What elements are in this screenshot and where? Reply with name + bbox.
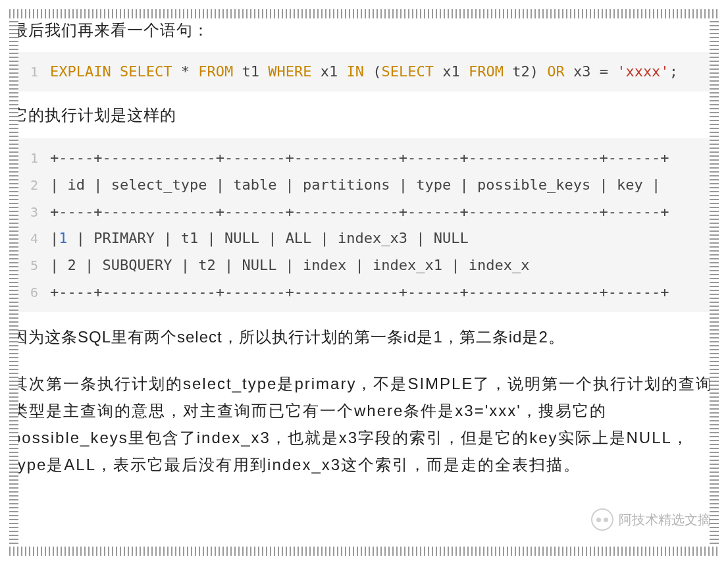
- paragraph-plan-intro: 它的执行计划是这样的: [12, 102, 716, 129]
- line-number: 6: [18, 281, 38, 305]
- sql-code-block: 1 EXPLAIN SELECT * FROM t1 WHERE x1 IN (…: [12, 52, 716, 92]
- table-separator: +----+-------------+-------+------------…: [50, 199, 669, 226]
- watermark: 阿技术精选文摘: [591, 508, 711, 531]
- table-cell: |: [50, 230, 59, 246]
- sql-operator: *: [181, 63, 190, 80]
- sql-identifier: x1: [442, 63, 460, 80]
- line-number: 1: [18, 60, 38, 84]
- table-header-row: | id | select_type | table | partitions …: [50, 172, 660, 199]
- sql-paren: (: [373, 63, 381, 80]
- sql-semicolon: ;: [669, 63, 678, 80]
- sql-identifier: t1: [242, 63, 259, 80]
- table-cell-rest: | PRIMARY | t1 | NULL | ALL | index_x3 |…: [68, 230, 469, 246]
- code-content: EXPLAIN SELECT * FROM t1 WHERE x1 IN (SE…: [50, 59, 678, 86]
- table-cell-id: 1: [59, 230, 67, 246]
- sql-keyword: FROM: [198, 63, 233, 80]
- sql-keyword: SELECT: [120, 63, 172, 80]
- line-number: 3: [18, 200, 38, 225]
- sql-keyword: WHERE: [268, 63, 311, 80]
- sql-keyword: EXPLAIN: [50, 63, 111, 80]
- sql-keyword: OR: [547, 63, 565, 80]
- line-number: 2: [18, 173, 38, 198]
- sql-identifier: x1: [321, 63, 338, 80]
- code-line: 4 |1 | PRIMARY | t1 | NULL | ALL | index…: [18, 225, 707, 252]
- table-row: |1 | PRIMARY | t1 | NULL | ALL | index_x…: [50, 225, 469, 252]
- line-number: 1: [18, 146, 38, 171]
- watermark-text: 阿技术精选文摘: [619, 511, 711, 529]
- sql-identifier: t2: [512, 63, 530, 80]
- code-line: 3 +----+-------------+-------+----------…: [18, 199, 707, 226]
- code-line: 1 EXPLAIN SELECT * FROM t1 WHERE x1 IN (…: [18, 59, 707, 86]
- paragraph-explain-1: 因为这条SQL里有两个select，所以执行计划的第一条id是1，第二条id是2…: [12, 324, 716, 351]
- table-row: | 2 | SUBQUERY | t2 | NULL | index | ind…: [50, 252, 529, 279]
- sql-keyword: FROM: [469, 63, 504, 80]
- sql-string: 'xxxx': [617, 63, 669, 80]
- sql-identifier: x3: [573, 63, 591, 80]
- table-separator: +----+-------------+-------+------------…: [50, 279, 669, 306]
- paragraph-explain-2: 其次第一条执行计划的select_type是primary，不是SIMPLE了，…: [12, 371, 716, 478]
- line-number: 4: [18, 227, 38, 251]
- table-separator: +----+-------------+-------+------------…: [50, 145, 669, 172]
- code-line: 5 | 2 | SUBQUERY | t2 | NULL | index | i…: [18, 252, 707, 279]
- line-number: 5: [18, 254, 38, 278]
- paragraph-intro: 最后我们再来看一个语句：: [12, 17, 716, 44]
- code-line: 6 +----+-------------+-------+----------…: [18, 279, 707, 306]
- sql-keyword: IN: [346, 63, 364, 80]
- code-line: 2 | id | select_type | table | partition…: [18, 172, 707, 199]
- article-content: 最后我们再来看一个语句： 1 EXPLAIN SELECT * FROM t1 …: [0, 0, 728, 499]
- wechat-icon: [591, 508, 613, 531]
- sql-keyword: SELECT: [381, 63, 433, 80]
- sql-paren: ): [530, 63, 538, 80]
- code-line: 1 +----+-------------+-------+----------…: [18, 145, 707, 172]
- explain-output-block: 1 +----+-------------+-------+----------…: [12, 138, 716, 312]
- sql-operator: =: [600, 63, 608, 80]
